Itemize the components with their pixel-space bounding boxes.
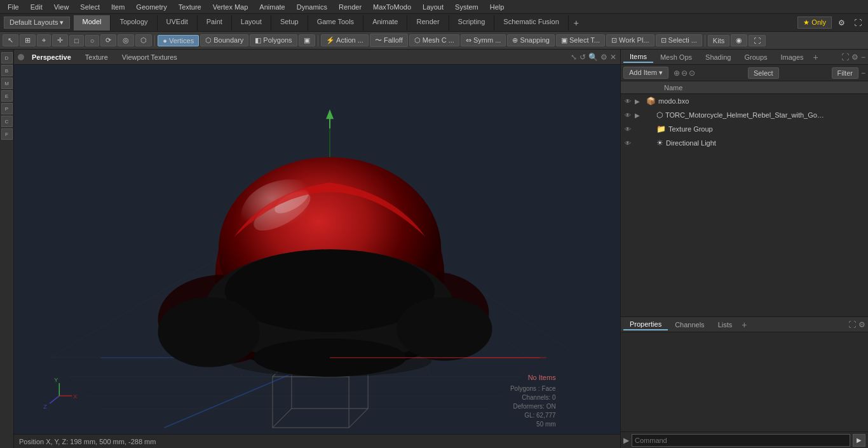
menu-layout[interactable]: Layout [417, 2, 449, 12]
menu-select[interactable]: Select [75, 2, 105, 12]
tool-rotate[interactable]: ⟳ [100, 34, 116, 46]
kits-btn[interactable]: Kits [708, 35, 729, 46]
select-t-btn[interactable]: ▣ Select T... [556, 34, 605, 46]
eye-icon-modo-bxo[interactable]: 👁 [623, 97, 632, 105]
viewport-fullscreen-btn[interactable]: ⛶ [749, 35, 766, 46]
layout-tab-layout[interactable]: Layout [232, 15, 271, 31]
menu-texture[interactable]: Texture [173, 2, 207, 12]
mode-polygons[interactable]: ◧ Polygons [250, 34, 297, 46]
mode-extra[interactable]: ▣ [299, 34, 315, 46]
menu-vertex-map[interactable]: Vertex Map [208, 2, 254, 12]
layout-tab-schematic[interactable]: Schematic Fusion [494, 15, 568, 31]
star-only-button[interactable]: ★ Only [797, 17, 832, 29]
items-icon-1[interactable]: ⊕ [674, 69, 680, 78]
select-button[interactable]: Select [748, 67, 779, 79]
menu-dynamics[interactable]: Dynamics [292, 2, 332, 12]
tool-hex[interactable]: ⬡ [135, 34, 152, 46]
work-pl-btn[interactable]: ⊡ Work Pl... [606, 34, 654, 46]
snapping-btn[interactable]: ⊕ Snapping [507, 34, 555, 46]
layout-tab-scripting[interactable]: Scripting [449, 15, 495, 31]
layout-tab-game-tools[interactable]: Game Tools [308, 15, 364, 31]
viewport-canvas[interactable]: No Items Polygons : Face Channels: 0 Def… [14, 65, 620, 434]
tool-move[interactable]: ✛ [52, 34, 68, 46]
sidebar-btn-6[interactable]: C [1, 116, 13, 127]
menu-system[interactable]: System [450, 2, 484, 12]
filter-button[interactable]: Filter [832, 67, 858, 79]
falloff-btn[interactable]: 〜 Falloff [370, 34, 408, 47]
tool-select-arrow[interactable]: ↖ [3, 34, 18, 46]
menu-file[interactable]: File [3, 2, 24, 12]
props-settings-icon[interactable]: ⚙ [858, 320, 865, 329]
menu-geometry[interactable]: Geometry [131, 2, 172, 12]
tab-shading[interactable]: Shading [699, 52, 737, 62]
menu-render[interactable]: Render [334, 2, 367, 12]
tool-box[interactable]: □ [69, 35, 84, 46]
vp-settings-icon[interactable]: ⚙ [600, 53, 607, 62]
tool-lasso[interactable]: ⌖ [37, 34, 51, 46]
sidebar-btn-3[interactable]: M [1, 78, 13, 89]
item-row-dir-light[interactable]: 👁 ☀ Directional Light [621, 136, 868, 150]
add-layout-button[interactable]: + [569, 15, 584, 31]
sidebar-btn-2[interactable]: B [1, 65, 13, 76]
tab-mesh-ops[interactable]: Mesh Ops [654, 52, 698, 62]
props-expand-icon[interactable]: ⛶ [848, 320, 856, 329]
sidebar-btn-4[interactable]: E [1, 90, 13, 102]
viewport-tab-texture[interactable]: Texture [79, 52, 114, 62]
tab-lists[interactable]: Lists [712, 320, 739, 330]
viewport-circle-btn[interactable]: ◉ [731, 34, 747, 46]
viewport-tab-viewport-textures[interactable]: Viewport Textures [116, 52, 184, 62]
arrow-icon-modo-bxo[interactable]: ▶ [635, 98, 641, 105]
tab-properties[interactable]: Properties [623, 319, 668, 330]
cmd-run-button[interactable]: ▶ [853, 434, 865, 447]
action-btn[interactable]: ⚡ Action ... [321, 34, 369, 46]
mode-boundary[interactable]: ⬡ Boundary [200, 34, 248, 46]
menu-animate[interactable]: Animate [254, 2, 290, 12]
eye-icon-torc[interactable]: 👁 [623, 111, 632, 119]
items-panel-collapse-icon[interactable]: − [861, 53, 865, 62]
menu-view[interactable]: View [49, 2, 74, 12]
vp-reset-icon[interactable]: ↺ [580, 53, 586, 62]
sidebar-btn-7[interactable]: F [1, 128, 13, 140]
items-panel-settings-icon[interactable]: ⚙ [851, 53, 858, 62]
tool-circle[interactable]: ○ [85, 35, 100, 46]
item-row-texture-group[interactable]: 👁 📁 Texture Group [621, 122, 868, 136]
mode-vertices[interactable]: ● Vertices [158, 35, 199, 46]
command-input[interactable] [632, 434, 850, 447]
add-item-button[interactable]: Add Item ▾ [623, 67, 668, 79]
layout-tab-setup[interactable]: Setup [271, 15, 308, 31]
eye-icon-light[interactable]: 👁 [623, 139, 632, 147]
tool-grid[interactable]: ⊞ [20, 34, 36, 46]
tab-channels[interactable]: Channels [668, 320, 710, 330]
items-icon-3[interactable]: ⊙ [689, 69, 695, 78]
viewport-tab-perspective[interactable]: Perspective [25, 52, 78, 62]
symm-btn[interactable]: ⇔ Symm ... [461, 34, 506, 46]
viewport-dot[interactable] [18, 54, 24, 60]
menu-maxtomodo[interactable]: MaxToModo [368, 2, 416, 12]
layout-tab-model[interactable]: Model [74, 15, 111, 31]
tool-target[interactable]: ◎ [118, 34, 134, 46]
default-layouts-dropdown[interactable]: Default Layouts ▾ [4, 17, 70, 29]
layout-tab-paint[interactable]: Paint [198, 15, 232, 31]
layout-tab-animate[interactable]: Animate [363, 15, 407, 31]
layout-tab-uvedit[interactable]: UVEdit [158, 15, 198, 31]
tab-images[interactable]: Images [775, 52, 810, 62]
mesh-c-btn[interactable]: ⬡ Mesh C ... [409, 34, 459, 46]
sidebar-btn-5[interactable]: P [1, 103, 13, 114]
items-tabs-add[interactable]: + [813, 52, 818, 62]
selecti-btn[interactable]: ⊡ Selecti ... [656, 34, 702, 46]
tab-groups[interactable]: Groups [738, 52, 773, 62]
layout-tab-render[interactable]: Render [407, 15, 449, 31]
sidebar-btn-1[interactable]: D [1, 52, 13, 64]
arrow-icon-torc[interactable]: ▶ [635, 112, 641, 119]
item-row-torc-helmet[interactable]: 👁 ▶ ⬡ TORC_Motorcycle_Helmet_Rebel_Star_… [621, 108, 868, 122]
items-panel-expand-icon[interactable]: ⛶ [841, 53, 849, 62]
menu-help[interactable]: Help [485, 2, 510, 12]
props-tabs-add[interactable]: + [742, 320, 747, 330]
vp-move-icon[interactable]: ⤡ [571, 53, 577, 62]
eye-icon-texture[interactable]: 👁 [623, 125, 632, 133]
layout-tab-topology[interactable]: Topology [111, 15, 157, 31]
vp-close-icon[interactable]: ✕ [610, 53, 616, 62]
fullscreen-icon[interactable]: ⛶ [850, 17, 865, 29]
items-icon-2[interactable]: ⊖ [681, 69, 688, 78]
filter-close-icon[interactable]: − [861, 69, 865, 78]
